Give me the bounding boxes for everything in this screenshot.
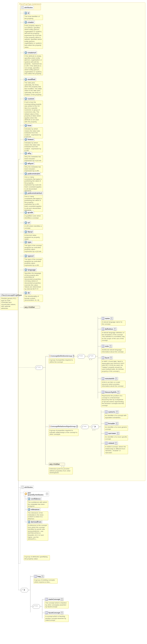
expand-icon[interactable]: + xyxy=(117,432,119,434)
attr-literal[interactable]: literal xyxy=(24,230,33,234)
collapse-icon[interactable]: − xyxy=(46,493,48,495)
attributes-label: attributes xyxy=(24,6,33,8)
attr-qcode[interactable]: qcode xyxy=(24,211,34,214)
rel-child-narrower[interactable]: narrower+ xyxy=(104,432,120,435)
element-icon xyxy=(102,356,104,359)
attr-desc-uri: A URI which identifies a concept. xyxy=(24,224,43,230)
expand-icon[interactable]: + xyxy=(116,411,118,413)
attr-desc-why: Why the metadata has been included - exp… xyxy=(24,155,43,162)
quant-attr-derivedfrom[interactable]: derivedfrom xyxy=(27,520,42,524)
rel-child-broader[interactable]: broader+ xyxy=(104,422,119,425)
expand-icon[interactable]: + xyxy=(116,422,118,425)
attr-custom[interactable]: custom xyxy=(24,97,35,100)
tail-mainConcept[interactable]: mainConcept+ xyxy=(45,598,64,601)
attr-how[interactable]: how xyxy=(24,124,32,127)
collapse-icon[interactable]: − xyxy=(22,6,24,8)
expand-icon[interactable]: + xyxy=(110,318,113,320)
root-type[interactable]: Flex1ConceptPropType xyxy=(1,294,17,297)
attr-why[interactable]: why xyxy=(24,152,32,155)
expand-icon[interactable]: + xyxy=(117,391,119,393)
element-icon xyxy=(102,378,104,380)
group-icon xyxy=(50,355,50,357)
attr-creator[interactable]: creator xyxy=(24,20,35,24)
attr-desc-pubconstrainturi: One or many constraints that apply to pu… xyxy=(24,195,43,212)
def-child-remoteInfo[interactable]: remoteInfo+ xyxy=(101,377,118,380)
def-child-desc: In NAR 1.8 and later: facet is deprecate… xyxy=(101,360,125,373)
attr-creatoruri[interactable]: creatoruri xyxy=(24,51,37,54)
def-child-note[interactable]: note+ xyxy=(101,344,112,348)
collapse-icon[interactable]: − xyxy=(22,486,24,488)
tail-facetConcept[interactable]: facetConcept+ xyxy=(45,611,64,614)
any-other-bottom[interactable]: any ##other xyxy=(49,463,65,466)
attr-icon xyxy=(25,162,27,165)
rel-child-desc: An identifier of a concept with equivale… xyxy=(104,414,128,419)
attr-icon xyxy=(25,12,27,14)
attr-language[interactable]: language xyxy=(24,268,37,272)
root-type-name: Flex1ConceptPropType xyxy=(2,294,22,296)
concept-def-desc: A group of properties required to define… xyxy=(49,358,75,364)
element-icon xyxy=(102,345,104,348)
seq-defgroup-inner xyxy=(88,354,96,359)
quantify-attributes-group[interactable]: grp: quantifyAttributes− xyxy=(24,491,49,496)
attr-icon xyxy=(25,21,27,24)
any-other-top[interactable]: any ##other xyxy=(24,306,40,309)
rel-child-sameAs[interactable]: sameAs+ xyxy=(104,410,119,414)
concept-def-group[interactable]: ConceptDefinitionGroup+ xyxy=(49,354,74,358)
expand-icon[interactable]: + xyxy=(76,426,78,428)
expand-icon[interactable]: + xyxy=(61,598,63,600)
attributes-group[interactable]: −attributes xyxy=(21,6,34,9)
expand-icon[interactable]: + xyxy=(114,328,116,330)
element-icon xyxy=(105,442,107,444)
attr-icon xyxy=(25,172,27,175)
attr-pubconstraint[interactable]: pubconstraint xyxy=(24,172,41,175)
def-child-desc: Additional natural language information … xyxy=(101,348,125,353)
attr-howuri[interactable]: howuri xyxy=(24,138,35,141)
attr-pubconstrainturi[interactable]: pubconstrainturi xyxy=(24,192,43,195)
expand-icon[interactable]: + xyxy=(73,355,74,357)
seq-tail xyxy=(32,604,40,609)
attr-dir[interactable]: dir xyxy=(24,291,31,294)
choice-relgroup xyxy=(91,424,99,429)
expand-icon[interactable]: + xyxy=(61,612,63,614)
attr-icon xyxy=(25,211,27,214)
attr-typeuri[interactable]: typeuri xyxy=(24,254,35,258)
rel-child-related[interactable]: related+ xyxy=(104,442,118,445)
concept-rel-group[interactable]: ConceptRelationshipsGroup+ xyxy=(49,424,78,428)
element-icon xyxy=(105,411,107,413)
def-child-facet[interactable]: facet+ xyxy=(101,356,113,360)
quant-attr-confidence[interactable]: confidence xyxy=(27,497,42,500)
quant-desc: A reference to the concept from which th… xyxy=(27,524,48,541)
attr-id[interactable]: id xyxy=(24,12,30,15)
group-icon xyxy=(50,425,50,428)
expand-icon[interactable]: + xyxy=(110,357,112,359)
attr-desc-id: The local identifier of the property. xyxy=(24,15,43,20)
attr-type[interactable]: type xyxy=(24,240,32,244)
attr-icon xyxy=(25,78,27,81)
attr-modified[interactable]: modified xyxy=(24,78,36,81)
attr-icon xyxy=(25,52,27,54)
seq-relgroup xyxy=(81,424,89,429)
attr-uri[interactable]: uri xyxy=(24,221,31,224)
rel-child-desc: A related concept, where the relationshi… xyxy=(104,445,128,454)
def-child-desc: A natural language definition of the sem… xyxy=(101,331,125,342)
attr-desc-how: Indicates by which means the value was e… xyxy=(24,127,43,138)
tail-bag[interactable]: bag+ xyxy=(34,575,44,578)
attributes-group-2[interactable]: −attributes xyxy=(21,486,34,489)
element-icon xyxy=(45,598,48,600)
def-child-name[interactable]: name+ xyxy=(101,317,113,320)
quant-attr-relevance[interactable]: relevance xyxy=(27,508,40,511)
def-child-hierarchyInfo[interactable]: hierarchyInfo+ xyxy=(101,390,120,394)
attr-desc-whyuri: Why the metadata has been included - exp… xyxy=(24,165,43,172)
attr-whyuri[interactable]: whyuri xyxy=(24,162,34,165)
expand-icon[interactable]: + xyxy=(115,378,117,380)
concept-rel-desc: A group of properties required to indica… xyxy=(49,429,79,436)
expand-icon[interactable]: + xyxy=(41,576,44,578)
expand-icon[interactable]: + xyxy=(115,442,117,444)
attr-desc-custom: If set to true the corresponding propert… xyxy=(24,101,43,124)
element-icon xyxy=(102,328,104,330)
attr-icon xyxy=(25,222,27,224)
expand-icon[interactable]: + xyxy=(109,345,112,348)
element-icon xyxy=(102,317,104,320)
attr-desc-dir: The directionality of textual content (e… xyxy=(24,295,43,302)
def-child-definition[interactable]: definition+ xyxy=(101,328,117,331)
